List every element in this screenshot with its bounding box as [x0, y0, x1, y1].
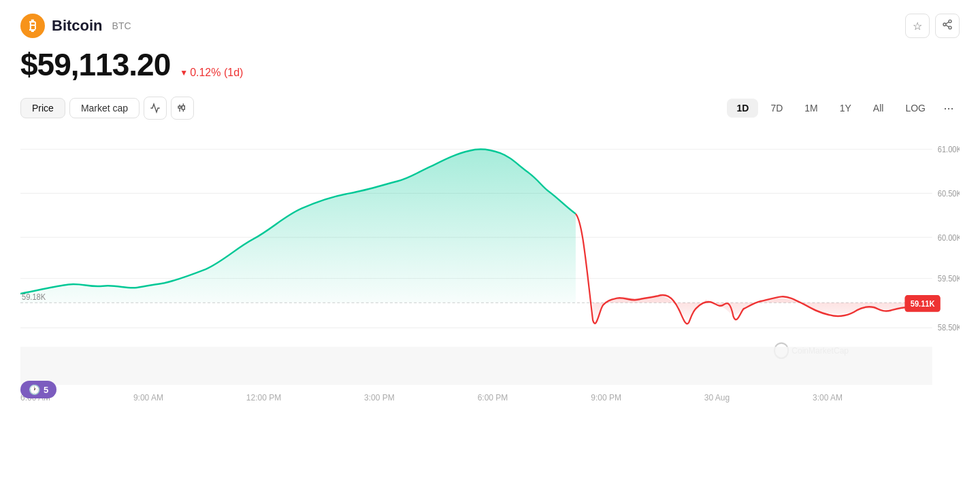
left-controls: Price Market cap [20, 97, 194, 120]
price-change: ▼ 0.12% (1d) [180, 67, 243, 79]
svg-text:58.50K: 58.50K [938, 322, 960, 332]
star-button[interactable]: ☆ [905, 14, 930, 38]
share-icon [942, 19, 953, 33]
more-options-button[interactable]: ··· [938, 97, 960, 119]
time-1m-button[interactable]: 1M [795, 99, 827, 118]
svg-text:60.50K: 60.50K [938, 188, 960, 198]
header-actions: ☆ [905, 14, 960, 38]
svg-text:60.00K: 60.00K [938, 233, 960, 242]
price-value: $59,113.20 [20, 46, 170, 83]
x-label-2: 12:00 PM [246, 393, 281, 402]
x-label-6: 30 Aug [704, 393, 730, 402]
svg-point-0 [949, 20, 951, 22]
bottom-badge[interactable]: 🕐 5 [20, 381, 56, 398]
time-all-button[interactable]: All [864, 99, 894, 118]
btc-logo-icon: ₿ [20, 14, 45, 38]
line-chart-toggle[interactable] [144, 97, 167, 120]
change-value: 0.12% (1d) [190, 67, 243, 79]
star-icon: ☆ [913, 20, 922, 33]
time-1y-button[interactable]: 1Y [830, 99, 861, 118]
time-7d-button[interactable]: 7D [761, 99, 792, 118]
market-cap-tab[interactable]: Market cap [69, 98, 140, 118]
time-log-button[interactable]: LOG [896, 99, 935, 118]
x-axis-labels: 6:00 AM 9:00 AM 12:00 PM 3:00 PM 6:00 PM… [20, 388, 960, 402]
price-tab[interactable]: Price [20, 98, 65, 118]
clock-icon: 🕐 [29, 384, 40, 395]
price-row: $59,113.20 ▼ 0.12% (1d) [20, 46, 960, 83]
chart-area: 61.00K 60.50K 60.00K 59.50K 58.50K 59.18… [20, 126, 960, 385]
x-label-7: 3:00 AM [813, 393, 843, 402]
svg-rect-7 [178, 106, 181, 108]
svg-text:59.50K: 59.50K [938, 273, 960, 283]
share-button[interactable] [935, 14, 960, 38]
controls-row: Price Market cap 1D 7D 1M 1Y All [20, 97, 960, 120]
svg-text:59.11K: 59.11K [911, 298, 935, 308]
x-label-1: 9:00 AM [133, 393, 163, 402]
svg-text:59.18K: 59.18K [22, 292, 46, 301]
coin-name: Bitcoin [52, 17, 103, 35]
coin-symbol: BTC [112, 20, 131, 31]
svg-rect-10 [182, 106, 184, 109]
svg-text:61.00K: 61.00K [938, 144, 960, 154]
time-1d-button[interactable]: 1D [727, 99, 758, 118]
coin-identity: ₿ Bitcoin BTC [20, 14, 131, 38]
svg-point-2 [949, 27, 951, 29]
x-label-5: 9:00 PM [591, 393, 621, 402]
svg-rect-27 [20, 347, 932, 385]
badge-count: 5 [44, 385, 48, 395]
svg-point-1 [943, 23, 946, 26]
price-chart: 61.00K 60.50K 60.00K 59.50K 58.50K 59.18… [20, 126, 960, 385]
x-label-4: 6:00 PM [478, 393, 508, 402]
candle-chart-toggle[interactable] [171, 97, 194, 120]
change-arrow-icon: ▼ [180, 68, 188, 78]
right-controls: 1D 7D 1M 1Y All LOG ··· [727, 97, 960, 119]
svg-line-4 [946, 22, 949, 24]
svg-line-3 [946, 25, 949, 27]
x-label-3: 3:00 PM [364, 393, 395, 402]
